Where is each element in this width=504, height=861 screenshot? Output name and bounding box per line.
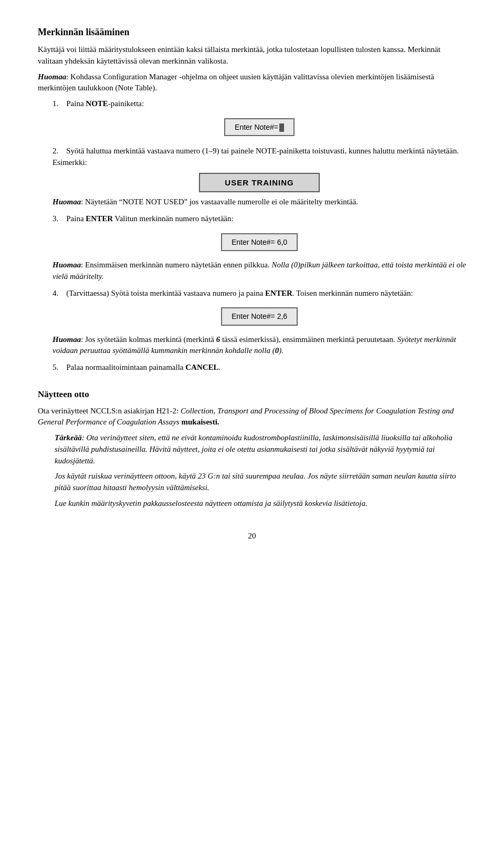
step1-text: Paina xyxy=(66,99,86,108)
step3-number: 3. xyxy=(52,214,58,223)
huomaa4b-text: tässä esimerkissä), ensimmäinen merkintä… xyxy=(220,335,397,344)
user-training-box: USER TRAINING xyxy=(199,173,320,193)
step3-bold: ENTER xyxy=(86,214,113,223)
huomaa2-label: Huomaa xyxy=(52,198,81,206)
enter-note2-wrap: Enter Note#= 6,0 xyxy=(52,229,466,255)
step2-text: Syötä haluttua merkintää vastaava numero… xyxy=(52,147,459,167)
intro-text: Käyttäjä voi liittää määritystulokseen e… xyxy=(38,45,440,65)
step4-text2: . Toisen merkinnän numero näytetään: xyxy=(292,289,413,297)
enter-note-box-wrap: Enter Note#= xyxy=(52,114,466,140)
user-training-wrap: USER TRAINING xyxy=(52,173,466,193)
step-2: 2. Syötä haluttua merkintää vastaava num… xyxy=(52,146,466,208)
huomaa2-text: : Näytetään “NOTE NOT USED” jos vastaava… xyxy=(81,198,358,206)
huomaa1-label: Huomaa xyxy=(38,72,66,81)
section-title: Merkinnän lisääminen xyxy=(38,25,466,39)
tarkeaa-paragraph: Tärkeää: Ota verinäytteet siten, että ne… xyxy=(55,432,466,466)
step3-text: Paina xyxy=(66,214,86,223)
step1-bold: NOTE xyxy=(86,99,108,108)
step1-number: 1. xyxy=(52,99,58,108)
step-1: 1. Paina NOTE-painiketta: Enter Note#= xyxy=(52,98,466,140)
section2-p1-end: mukaisesti. xyxy=(180,418,219,426)
step-3: 3. Paina ENTER Valitun merkinnän numero … xyxy=(52,213,466,283)
huomaa3-paragraph: Huomaa: Ensimmäisen merkinnän numero näy… xyxy=(52,260,466,283)
italic-paragraph-2: Lue kunkin määrityskyvetin pakkausselost… xyxy=(55,498,466,510)
cursor-indicator xyxy=(279,123,284,132)
huomaa3-label: Huomaa xyxy=(52,261,81,269)
enter-note-display: Enter Note#= xyxy=(224,118,295,136)
step3-text2: Valitun merkinnän numero näytetään: xyxy=(113,214,234,223)
huomaa1-text: : Kohdassa Configuration Manager -ohjelm… xyxy=(38,72,434,92)
step-4: 4. (Tarvittaessa) Syötä toista merkintää… xyxy=(52,288,466,357)
step2-number: 2. xyxy=(52,147,58,155)
page-number: 20 xyxy=(38,531,466,542)
intro-paragraph: Käyttäjä voi liittää määritystulokseen e… xyxy=(38,44,466,67)
step5-text: Palaa normaalitoimintaan painamalla xyxy=(66,363,185,371)
step-5: 5. Palaa normaalitoimintaan painamalla C… xyxy=(52,362,466,374)
step1-text2: -painiketta: xyxy=(108,99,144,108)
step4-bold: ENTER xyxy=(265,289,292,297)
huomaa4-label: Huomaa xyxy=(52,335,81,344)
step5-bold: CANCEL xyxy=(185,363,218,371)
step4-text: (Tarvittaessa) Syötä toista merkintää va… xyxy=(66,289,265,297)
italic-paragraph-1: Jos käytät ruiskua verinäytteen ottoon, … xyxy=(55,471,466,494)
huomaa4-paragraph: Huomaa: Jos syötetään kolmas merkintä (m… xyxy=(52,334,466,357)
huomaa3-text: : Ensimmäisen merkinnän numero näytetään… xyxy=(81,261,271,269)
step4-number: 4. xyxy=(52,289,58,297)
enter-note3-display: Enter Note#= 2,6 xyxy=(221,307,298,325)
step5-text2: . xyxy=(219,363,221,371)
section2-p1: Ota verinäytteet NCCLS:n asiakirjan H21-… xyxy=(38,406,466,429)
huomaa1-paragraph: Huomaa: Kohdassa Configuration Manager -… xyxy=(38,71,466,95)
enter-note-label: Enter Note#= xyxy=(235,123,278,131)
tarkeaa-label: Tärkeää xyxy=(55,433,82,442)
steps-list: 1. Paina NOTE-painiketta: Enter Note#= 2… xyxy=(52,98,466,374)
enter-note3-wrap: Enter Note#= 2,6 xyxy=(52,303,466,329)
step5-number: 5. xyxy=(52,363,58,371)
huomaa4-italic2: ). xyxy=(279,346,284,355)
section2-p1-start: Ota verinäytteet NCCLS:n asiakirjan H21-… xyxy=(38,407,181,415)
section2-title: Näytteen otto xyxy=(38,388,466,401)
enter-note2-display: Enter Note#= 6,0 xyxy=(221,233,298,251)
huomaa4-text: : Jos syötetään kolmas merkintä (merkint… xyxy=(81,335,216,344)
tarkeaa-text: : Ota verinäytteet siten, että ne eivät … xyxy=(55,433,453,465)
